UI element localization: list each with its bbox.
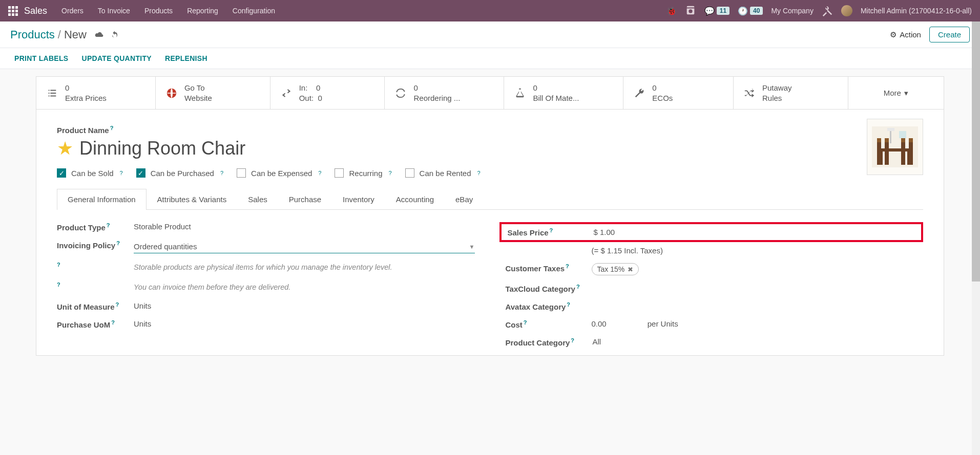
svg-rect-5 xyxy=(877,141,881,165)
svg-rect-6 xyxy=(877,138,881,142)
customer-taxes-label: Customer Taxes? xyxy=(506,263,582,273)
stat-reordering[interactable]: 0Reordering ... xyxy=(385,77,504,109)
tab-accounting[interactable]: Accounting xyxy=(385,189,445,209)
stat-extra-prices[interactable]: 0Extra Prices xyxy=(36,77,156,109)
help-icon[interactable]: ? xyxy=(111,319,115,326)
phone-icon[interactable] xyxy=(685,5,696,16)
cost-unit: per Units xyxy=(648,319,678,328)
discard-icon[interactable] xyxy=(110,30,119,39)
app-brand[interactable]: Sales xyxy=(24,6,47,16)
tab-purchase[interactable]: Purchase xyxy=(278,189,332,209)
tab-inventory[interactable]: Inventory xyxy=(332,189,385,209)
tab-ebay[interactable]: eBay xyxy=(445,189,484,209)
print-labels-link[interactable]: PRINT LABELS xyxy=(14,54,69,62)
messages-icon[interactable]: 💬11 xyxy=(704,6,729,16)
tabs: General Information Attributes & Variant… xyxy=(57,189,923,210)
replenish-link[interactable]: REPLENISH xyxy=(165,54,207,62)
breadcrumb-products[interactable]: Products xyxy=(10,28,55,41)
action-dropdown[interactable]: Action xyxy=(890,30,921,39)
tab-sales[interactable]: Sales xyxy=(237,189,278,209)
hint-invoice: You can invoice them before they are del… xyxy=(134,281,475,293)
help-icon[interactable]: ? xyxy=(57,281,60,288)
nav-products[interactable]: Products xyxy=(144,7,173,15)
message-count-badge: 11 xyxy=(717,7,729,15)
remove-tag-icon[interactable]: ✖ xyxy=(628,266,633,273)
product-type-label: Product Type? xyxy=(57,222,134,232)
help-icon[interactable]: ? xyxy=(477,170,481,176)
help-icon[interactable]: ? xyxy=(571,337,574,343)
list-icon xyxy=(47,88,58,99)
help-icon[interactable]: ? xyxy=(318,170,321,176)
can-be-rented-checkbox[interactable] xyxy=(405,168,414,178)
uom-value[interactable]: Units xyxy=(134,301,475,310)
swap-icon xyxy=(281,88,292,99)
can-be-expensed-checkbox[interactable] xyxy=(237,168,246,178)
purchase-uom-value[interactable]: Units xyxy=(134,319,475,328)
help-icon[interactable]: ? xyxy=(550,227,553,233)
tools-icon[interactable] xyxy=(822,5,833,16)
help-icon[interactable]: ? xyxy=(567,301,570,308)
breadcrumb-sep: / xyxy=(58,28,61,41)
help-icon[interactable]: ? xyxy=(388,170,391,176)
create-button[interactable]: Create xyxy=(929,27,970,42)
hint-storable: Storable products are physical items for… xyxy=(134,262,475,273)
tab-attributes-variants[interactable]: Attributes & Variants xyxy=(147,189,238,209)
favorite-star-icon[interactable]: ★ xyxy=(57,138,73,159)
help-icon[interactable]: ? xyxy=(120,170,123,176)
sales-price-label: Sales Price? xyxy=(508,227,578,237)
can-be-sold-checkbox[interactable]: ✓ xyxy=(57,168,66,178)
product-name-label: Product Name? xyxy=(57,125,923,135)
more-button[interactable]: More▾ xyxy=(848,77,944,109)
help-icon[interactable]: ? xyxy=(576,284,580,290)
nav-configuration[interactable]: Configuration xyxy=(233,7,275,15)
product-card: 0Extra Prices Go ToWebsite In: 0Out: 0 0… xyxy=(36,76,944,356)
tax-tag[interactable]: Tax 15%✖ xyxy=(592,263,639,275)
help-icon[interactable]: ? xyxy=(116,301,119,308)
update-quantity-link[interactable]: UPDATE QUANTITY xyxy=(82,54,152,62)
help-icon[interactable]: ? xyxy=(220,170,223,176)
help-icon[interactable]: ? xyxy=(110,125,114,131)
product-type-value[interactable]: Storable Product xyxy=(134,222,475,231)
cloud-save-icon[interactable] xyxy=(94,30,104,39)
nav-to-invoice[interactable]: To Invoice xyxy=(98,7,130,15)
avatar[interactable] xyxy=(841,5,852,16)
shuffle-icon xyxy=(744,88,755,99)
invoicing-policy-select[interactable]: Ordered quantities▼ xyxy=(134,240,475,253)
product-name-input[interactable]: Dinning Room Chair xyxy=(79,138,245,159)
help-icon[interactable]: ? xyxy=(566,263,569,269)
tab-general-information[interactable]: General Information xyxy=(57,189,147,210)
user-name[interactable]: Mitchell Admin (21700412-16-0-all) xyxy=(861,7,972,15)
sales-price-value[interactable]: $ 1.00 xyxy=(578,228,915,236)
help-icon[interactable]: ? xyxy=(107,222,110,228)
stat-row: 0Extra Prices Go ToWebsite In: 0Out: 0 0… xyxy=(36,77,944,110)
activities-icon[interactable]: 🕐40 xyxy=(738,6,763,16)
stat-website[interactable]: Go ToWebsite xyxy=(156,77,270,109)
help-icon[interactable]: ? xyxy=(57,262,60,268)
product-category-label: Product Category? xyxy=(506,337,593,347)
stat-ecos[interactable]: 0ECOs xyxy=(623,77,734,109)
taxcloud-label: TaxCloud Category? xyxy=(506,284,593,293)
wrench-icon xyxy=(634,88,645,99)
product-image[interactable] xyxy=(867,119,923,175)
scrollbar[interactable] xyxy=(972,21,980,455)
product-category-value[interactable]: All xyxy=(593,337,924,346)
recurring-checkbox[interactable] xyxy=(335,168,344,178)
apps-icon[interactable] xyxy=(8,6,18,16)
help-icon[interactable]: ? xyxy=(524,319,527,326)
nav-reporting[interactable]: Reporting xyxy=(187,7,218,15)
debug-icon[interactable]: 🐞 xyxy=(666,6,677,16)
stat-in-out[interactable]: In: 0Out: 0 xyxy=(270,77,385,109)
stat-putaway[interactable]: PutawayRules xyxy=(734,77,848,109)
company-selector[interactable]: My Company xyxy=(771,7,813,15)
stat-bom[interactable]: 0Bill Of Mate... xyxy=(504,77,623,109)
nav-orders[interactable]: Orders xyxy=(61,7,84,15)
cost-label: Cost? xyxy=(506,319,582,329)
caret-down-icon: ▼ xyxy=(469,244,475,250)
avatax-label: Avatax Category? xyxy=(506,301,582,311)
svg-rect-14 xyxy=(887,128,894,131)
svg-rect-13 xyxy=(890,129,891,143)
gear-icon xyxy=(890,30,896,39)
help-icon[interactable]: ? xyxy=(116,240,120,246)
cost-value[interactable]: 0.00 xyxy=(592,319,607,328)
can-be-purchased-checkbox[interactable]: ✓ xyxy=(136,168,145,178)
